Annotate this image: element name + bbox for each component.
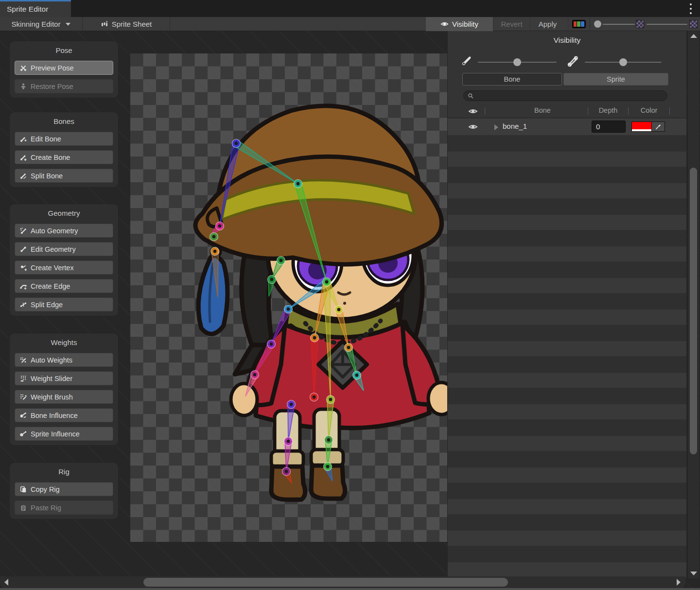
vertical-scrollbar-thumb[interactable] [690, 168, 697, 454]
mip-slider-track[interactable] [647, 24, 687, 25]
apply-button[interactable]: Apply [530, 17, 565, 31]
rig-paste-icon [19, 504, 27, 512]
bone-color-swatch[interactable] [631, 121, 652, 132]
paste-rig-button[interactable]: Paste Rig [15, 501, 113, 515]
bone-joint[interactable] [325, 436, 333, 444]
bone-joint[interactable] [294, 180, 302, 188]
split-bone-button[interactable]: Split Bone [15, 169, 113, 183]
row-visibility-eye-icon[interactable] [468, 122, 478, 133]
bone-segment[interactable] [311, 338, 318, 397]
horizontal-scrollbar[interactable] [0, 576, 685, 588]
auto-weights-button[interactable]: Auto Weights [15, 353, 113, 367]
bone-joint[interactable] [284, 437, 293, 446]
vertical-scrollbar[interactable] [687, 31, 699, 578]
scroll-up-arrow[interactable] [690, 34, 697, 38]
column-bone[interactable]: Bone [534, 106, 551, 114]
scroll-down-arrow[interactable] [690, 572, 697, 575]
bone-joint[interactable] [277, 257, 285, 265]
tab-sprite-editor[interactable]: Sprite Editor [0, 0, 71, 17]
bone-joint[interactable] [345, 344, 353, 352]
bone-joint[interactable] [232, 139, 241, 148]
bone-joint[interactable] [310, 393, 318, 401]
bone-segment[interactable] [323, 282, 331, 399]
copy-rig-button[interactable]: Copy Rig [15, 482, 113, 496]
create-bone-button[interactable]: Create Bone [15, 150, 113, 164]
split-edge-button[interactable]: Split Edge [15, 297, 113, 312]
rgb-alpha-toggle-button[interactable] [568, 17, 589, 31]
skeleton-overlay[interactable] [130, 53, 447, 542]
sprite-sheet-button[interactable]: Sprite Sheet [83, 17, 170, 31]
bone-joint[interactable] [284, 305, 293, 313]
tab-title: Sprite Editor [7, 5, 48, 14]
bone-segment[interactable] [220, 143, 240, 226]
button-label: Preview Pose [31, 64, 74, 72]
bone-joint[interactable] [268, 276, 276, 284]
zoom-slider-track[interactable] [603, 24, 635, 25]
button-label: Auto Geometry [31, 227, 78, 235]
empty-row-stripes [448, 135, 686, 578]
sprite-sheet-label: Sprite Sheet [112, 20, 152, 28]
skinning-editor-viewport: PosePreview PoseRestore PoseBonesEdit Bo… [0, 31, 700, 590]
visibility-column-eye-icon[interactable] [468, 106, 478, 118]
column-color[interactable]: Color [641, 106, 658, 114]
search-icon [468, 93, 474, 99]
create-edge-button[interactable]: Create Edge [15, 279, 113, 293]
bone-joint[interactable] [282, 468, 291, 476]
eyedropper-button[interactable] [652, 121, 665, 132]
scroll-left-arrow[interactable] [4, 579, 8, 586]
bone-joint[interactable] [287, 400, 296, 409]
bone-joint[interactable] [323, 278, 331, 286]
bone-opacity-handle[interactable] [513, 58, 521, 66]
weight-slider-button[interactable]: Weight Slider [15, 371, 113, 385]
bone-segment[interactable] [234, 140, 298, 184]
bone-joint[interactable] [335, 306, 343, 314]
visibility-toggle-button[interactable]: Visibility [426, 17, 493, 31]
sprite-opacity-handle[interactable] [619, 58, 627, 66]
bone-joint[interactable] [210, 233, 218, 241]
column-depth[interactable]: Depth [599, 106, 618, 114]
create-vertex-button[interactable]: Create Vertex [15, 260, 113, 275]
edit-geometry-button[interactable]: Edit Geometry [15, 242, 113, 256]
eyedropper-icon [655, 123, 662, 130]
bone-opacity-slider[interactable] [478, 62, 557, 63]
bone-segment[interactable] [335, 309, 349, 347]
depth-input[interactable]: 0 [592, 121, 626, 133]
bone-joint[interactable] [324, 463, 332, 471]
tab-bone[interactable]: Bone [462, 73, 562, 86]
kebab-menu-icon[interactable] [690, 3, 692, 14]
sprite-opacity-icon [566, 54, 579, 69]
weight-brush-button[interactable]: Weight Brush [15, 390, 113, 404]
revert-button[interactable]: Revert [493, 17, 530, 31]
bone-influence-button[interactable]: Bone Influence [15, 408, 113, 422]
toolbar: Skinning Editor Sprite Sheet Visibility … [0, 17, 700, 31]
sprite-influence-button[interactable]: Sprite Influence [15, 427, 113, 441]
sprite-canvas[interactable] [130, 53, 447, 542]
preview-pose-button[interactable]: Preview Pose [15, 61, 113, 75]
bone-joint[interactable] [251, 371, 259, 379]
scroll-right-arrow[interactable] [677, 579, 681, 586]
skinning-editor-dropdown[interactable]: Skinning Editor [0, 17, 83, 31]
panel-title: Bones [10, 112, 118, 132]
horizontal-scrollbar-thumb[interactable] [143, 578, 508, 587]
button-label: Restore Pose [31, 83, 73, 90]
bone-segment[interactable] [288, 404, 295, 441]
edit-bone-button[interactable]: Edit Bone [15, 132, 113, 146]
search-input[interactable] [463, 90, 667, 101]
bone-segment[interactable] [211, 251, 218, 297]
row-expander-icon[interactable] [494, 124, 498, 130]
tab-sprite[interactable]: Sprite [563, 73, 668, 86]
bone-joint[interactable] [311, 334, 319, 342]
bone-segment[interactable] [327, 399, 334, 440]
zoom-slider-handle[interactable] [594, 20, 601, 28]
bone-joint[interactable] [267, 340, 276, 348]
bone-joint[interactable] [353, 371, 361, 380]
bone-joint[interactable] [216, 222, 224, 230]
bone-joint[interactable] [327, 396, 335, 404]
auto-geometry-button[interactable]: Auto Geometry [15, 224, 113, 238]
bone-segment[interactable] [295, 183, 327, 282]
bone-joint[interactable] [211, 247, 219, 256]
sprite-opacity-slider[interactable] [585, 62, 662, 63]
restore-pose-button[interactable]: Restore Pose [15, 79, 113, 93]
button-label: Create Bone [31, 154, 70, 161]
table-row-bone-1[interactable]: bone_1 0 [448, 119, 686, 135]
